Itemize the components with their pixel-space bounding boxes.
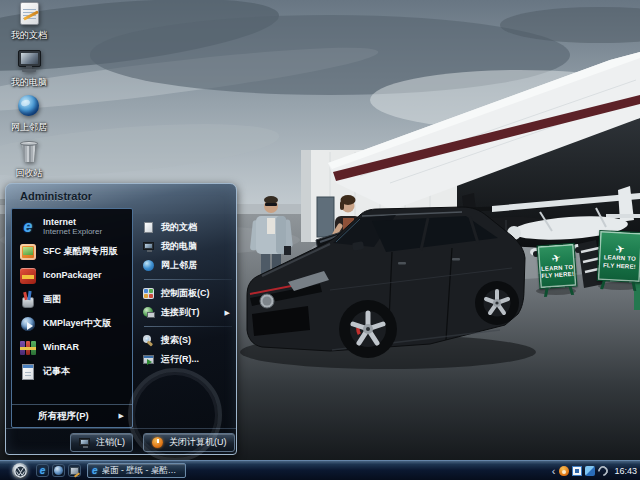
menu-item-label: SFC 桌酷网专用版	[43, 246, 118, 256]
my-documents-icon	[142, 221, 155, 234]
recycle-bin-icon	[16, 140, 42, 164]
menu-item-winrar[interactable]: WinRAR	[12, 336, 132, 360]
submenu-arrow-icon: ▶	[225, 309, 230, 317]
menu-item-sfc-browser[interactable]: SFC 桌酷网专用版	[12, 240, 132, 264]
all-programs-button[interactable]: 所有程序(P) ▶	[12, 404, 132, 427]
tray-volume-icon[interactable]	[596, 464, 610, 478]
learn-to-fly-sign: ✈ LEARN TO FLY HERE!	[597, 230, 640, 283]
menu-item-notepad[interactable]: 记事本	[12, 360, 132, 384]
desktop-icon-network-places[interactable]: 网上邻居	[2, 94, 56, 134]
desktop-icon-label: 网上邻居	[11, 121, 47, 134]
place-connect-to[interactable]: 连接到(T) ▶	[142, 303, 234, 322]
menu-item-label: 记事本	[43, 366, 70, 376]
sign-legs	[599, 280, 637, 291]
control-panel-icon	[142, 287, 155, 300]
place-label: 搜索(S)	[161, 334, 191, 347]
place-run[interactable]: 运行(R)...	[142, 350, 234, 369]
sfc-browser-icon	[19, 243, 37, 261]
taskbar-task-button[interactable]: e 桌面 - 壁纸 - 桌酷壁...	[87, 463, 186, 478]
place-label: 运行(R)...	[161, 353, 199, 366]
start-menu-footer: 注销(L) 关闭计算机(U)	[6, 428, 236, 455]
my-computer-icon	[142, 240, 155, 253]
show-desktop-icon	[70, 467, 79, 475]
log-off-label: 注销(L)	[96, 436, 125, 449]
notepad-icon	[19, 363, 37, 381]
learn-to-fly-sign: ✈ LEARN TO FLY HERE!	[537, 243, 578, 290]
tray-collapse-chevron-icon[interactable]: ‹	[552, 466, 556, 477]
winrar-icon	[19, 339, 37, 357]
place-my-documents[interactable]: 我的文档	[142, 218, 234, 237]
globe-icon	[16, 94, 42, 118]
front-wheel	[339, 300, 397, 358]
search-icon	[142, 334, 155, 347]
start-menu: Administrator e Internet Internet Explor…	[5, 183, 237, 455]
menu-item-label: Internet	[43, 217, 102, 227]
computer-icon	[16, 49, 42, 73]
menu-item-paint[interactable]: 画图	[12, 288, 132, 312]
menu-item-sublabel: Internet Explorer	[43, 227, 102, 236]
quick-launch-internet-explorer[interactable]: e	[36, 464, 49, 477]
log-off-button[interactable]: 注销(L)	[70, 433, 133, 452]
log-off-icon	[78, 436, 91, 449]
place-label: 我的文档	[161, 221, 197, 234]
place-search[interactable]: 搜索(S)	[142, 331, 234, 350]
menu-item-label: 画图	[43, 294, 61, 304]
menu-item-label: IconPackager	[43, 270, 102, 280]
network-places-icon	[142, 259, 155, 272]
run-icon	[142, 353, 155, 366]
separator	[144, 326, 232, 327]
desktop-screen: ✈ LEARN TO FLY HERE! ✈ LEARN TO FLY HERE…	[0, 0, 640, 480]
power-icon	[151, 436, 164, 449]
desktop-icon-my-documents[interactable]: 我的文档	[2, 2, 56, 42]
internet-explorer-icon: e	[40, 465, 46, 476]
sign-text-line2: FLY HERE!	[541, 271, 574, 281]
arrow-right-icon: ▶	[119, 412, 124, 420]
iconpackager-icon	[19, 267, 37, 285]
desktop-icon-label: 我的电脑	[11, 76, 47, 89]
desktop-icon-label: 回收站	[16, 167, 43, 180]
shut-down-button[interactable]: 关闭计算机(U)	[143, 433, 235, 452]
media-player-icon	[54, 466, 63, 475]
start-menu-programs-panel: e Internet Internet Explorer SFC 桌酷网专用版 …	[11, 208, 133, 428]
place-my-computer[interactable]: 我的电脑	[142, 237, 234, 256]
place-control-panel[interactable]: 控制面板(C)	[142, 284, 234, 303]
connect-to-icon	[142, 306, 155, 319]
internet-explorer-icon: e	[19, 218, 37, 236]
quick-launch: e	[36, 464, 81, 477]
menu-item-kmplayer[interactable]: KMPlayer中文版	[12, 312, 132, 336]
internet-explorer-icon: e	[92, 465, 98, 476]
start-menu-header: Administrator	[6, 184, 236, 208]
username: Administrator	[20, 190, 92, 202]
sign-text-line2: FLY HERE!	[603, 262, 636, 271]
desktop-icon-label: 我的文档	[11, 29, 47, 42]
place-label: 连接到(T)	[161, 306, 200, 319]
desktop-icon-recycle-bin[interactable]: 回收站	[2, 140, 56, 180]
taskbar: e e 桌面 - 壁纸 - 桌酷壁... ‹ 16:43	[0, 460, 640, 480]
start-menu-places-panel: 我的文档 我的电脑 网上邻居 控制面板(C) 连接到(T)	[133, 208, 236, 428]
separator	[144, 279, 232, 280]
place-label: 网上邻居	[161, 259, 197, 272]
tray-messenger-icon[interactable]	[585, 466, 595, 476]
place-label: 控制面板(C)	[161, 287, 210, 300]
place-network-places[interactable]: 网上邻居	[142, 256, 234, 275]
shut-down-label: 关闭计算机(U)	[169, 436, 227, 449]
task-button-label: 桌面 - 壁纸 - 桌酷壁...	[102, 465, 181, 477]
system-tray: ‹ 16:43	[552, 461, 637, 480]
documents-icon	[16, 2, 42, 26]
quick-launch-media-player[interactable]	[52, 464, 65, 477]
quick-launch-show-desktop[interactable]	[68, 464, 81, 477]
all-programs-label: 所有程序(P)	[38, 410, 89, 423]
menu-item-label: KMPlayer中文版	[43, 318, 111, 328]
desktop-icon-my-computer[interactable]: 我的电脑	[2, 49, 56, 89]
menu-item-iconpackager[interactable]: IconPackager	[12, 264, 132, 288]
tray-qq-icon[interactable]	[559, 466, 569, 476]
airplane-icon: ✈	[615, 242, 626, 256]
menu-item-internet[interactable]: e Internet Internet Explorer	[12, 214, 132, 240]
tray-input-method-icon[interactable]	[572, 466, 582, 476]
taskbar-clock[interactable]: 16:43	[614, 466, 637, 476]
rear-wheel	[475, 281, 519, 325]
start-button[interactable]	[12, 463, 28, 479]
kmplayer-icon	[19, 315, 37, 333]
paint-icon	[19, 291, 37, 309]
menu-item-label: WinRAR	[43, 342, 79, 352]
